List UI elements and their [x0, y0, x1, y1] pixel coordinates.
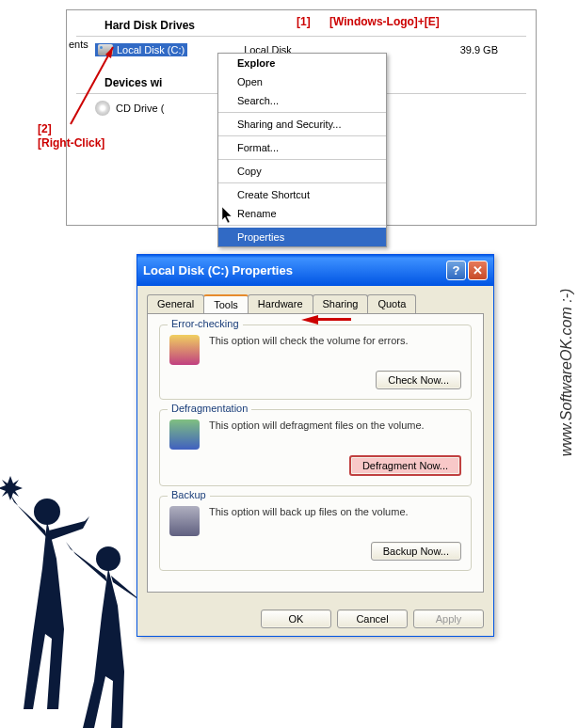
- annotation-2-text: [Right-Click]: [38, 136, 104, 150]
- defragmentation-text: This option will defragment files on the…: [209, 419, 461, 431]
- backup-now-button[interactable]: Backup Now...: [371, 542, 461, 561]
- dialog-title: Local Disk (C:) Properties: [143, 263, 293, 277]
- tab-tools[interactable]: Tools: [203, 294, 249, 313]
- explorer-window: ents Hard Disk Drives Local Disk (C:) Lo…: [66, 9, 537, 226]
- group-error-checking: Error-checking This option will check th…: [159, 324, 472, 400]
- annotation-1: [1]: [297, 15, 311, 28]
- group-title-backup: Backup: [168, 489, 210, 500]
- cursor-icon: [222, 207, 233, 224]
- apply-button[interactable]: Apply: [413, 609, 484, 628]
- menu-rename[interactable]: Rename: [218, 204, 386, 223]
- annotation-2: [2]: [38, 122, 52, 135]
- menu-format[interactable]: Format...: [218, 138, 386, 157]
- backup-text: This option will back up files on the vo…: [209, 506, 461, 517]
- tab-sharing[interactable]: Sharing: [313, 294, 369, 313]
- menu-open[interactable]: Open: [218, 72, 386, 91]
- help-button[interactable]: ?: [446, 261, 466, 280]
- tab-content: Error-checking This option will check th…: [147, 313, 484, 593]
- arrow-line: [318, 318, 351, 321]
- menu-search[interactable]: Search...: [218, 91, 386, 110]
- tab-general[interactable]: General: [147, 294, 204, 313]
- svg-marker-3: [105, 47, 113, 58]
- group-title-error-checking: Error-checking: [168, 318, 243, 329]
- menu-sharing[interactable]: Sharing and Security...: [218, 115, 386, 134]
- menu-separator: [218, 182, 386, 183]
- tab-hardware[interactable]: Hardware: [248, 294, 313, 313]
- properties-dialog: Local Disk (C:) Properties ? ✕ General T…: [136, 254, 494, 637]
- error-checking-text: This option will check the volume for er…: [209, 335, 461, 346]
- menu-copy[interactable]: Copy: [218, 162, 386, 181]
- titlebar[interactable]: Local Disk (C:) Properties ? ✕: [137, 255, 493, 286]
- menu-separator: [218, 159, 386, 160]
- check-now-button[interactable]: Check Now...: [376, 371, 461, 389]
- arrow-to-drive: [66, 38, 132, 132]
- menu-separator: [218, 112, 386, 113]
- context-menu: Explore Open Search... Sharing and Secur…: [217, 53, 387, 247]
- svg-point-1: [96, 546, 120, 571]
- arrow-to-tools: [301, 315, 318, 324]
- ok-button[interactable]: OK: [261, 609, 331, 628]
- tab-strip: General Tools Hardware Sharing Quota: [147, 294, 484, 314]
- menu-explore[interactable]: Explore: [218, 54, 386, 72]
- drive-size: 39.9 GB: [460, 44, 498, 55]
- group-defragmentation: Defragmentation This option will defragm…: [159, 409, 472, 486]
- error-checking-icon: [169, 335, 200, 365]
- annotation-1-text: [Windows-Logo]+[E]: [329, 15, 440, 28]
- menu-create-shortcut[interactable]: Create Shortcut: [218, 185, 386, 204]
- backup-icon: [169, 506, 200, 536]
- defragmentation-icon: [169, 419, 200, 450]
- menu-separator: [218, 225, 386, 226]
- group-backup: Backup This option will back up files on…: [159, 496, 472, 571]
- defragment-now-button[interactable]: Defragment Now...: [349, 455, 461, 476]
- svg-point-0: [34, 499, 60, 525]
- svg-line-2: [71, 47, 113, 124]
- watermark-vertical: www.SoftwareOK.com :-): [558, 289, 575, 457]
- close-button[interactable]: ✕: [468, 261, 488, 280]
- tab-quota[interactable]: Quota: [367, 294, 416, 313]
- group-title-defragmentation: Defragmentation: [168, 403, 251, 414]
- menu-properties[interactable]: Properties: [218, 228, 386, 246]
- dialog-button-row: OK Cancel Apply: [137, 602, 493, 636]
- cancel-button[interactable]: Cancel: [337, 609, 408, 628]
- menu-separator: [218, 135, 386, 136]
